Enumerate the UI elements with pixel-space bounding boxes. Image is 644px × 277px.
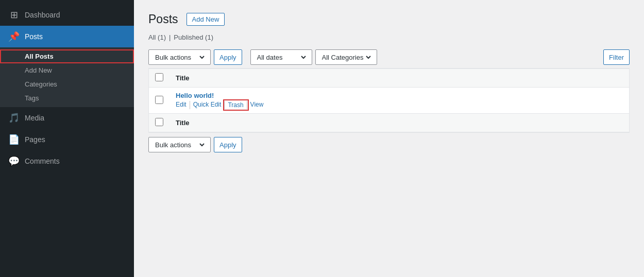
- submenu-item-tags[interactable]: Tags: [0, 91, 134, 105]
- bottom-toolbar: Bulk actions Edit Move to Trash Apply: [148, 133, 630, 157]
- sidebar-item-posts[interactable]: 📌 Posts: [0, 26, 134, 47]
- sidebar-item-label-posts: Posts: [25, 32, 43, 41]
- sidebar-item-label-dashboard: Dashboard: [25, 11, 60, 19]
- table-row: Hello world! Edit Quick Edit Trash View: [149, 88, 629, 114]
- media-icon: 🎵: [8, 112, 20, 124]
- bulk-actions-select-top[interactable]: Bulk actions Edit Move to Trash: [153, 53, 206, 62]
- table-footer-checkbox: [149, 114, 170, 132]
- sidebar: ⊞ Dashboard 📌 Posts All Posts Add New Ca…: [0, 0, 134, 277]
- select-all-footer-checkbox[interactable]: [155, 118, 163, 126]
- all-categories-select[interactable]: All Categories: [320, 53, 372, 62]
- filter-links: All (1) | Published (1): [148, 33, 630, 41]
- post-actions: Edit Quick Edit Trash View: [176, 101, 623, 109]
- post-row-title-cell: Hello world! Edit Quick Edit Trash View: [170, 88, 629, 114]
- sidebar-item-comments[interactable]: 💬 Comments: [0, 150, 134, 172]
- all-dates-select[interactable]: All dates: [255, 53, 308, 62]
- post-quick-edit-link[interactable]: Quick Edit: [190, 101, 225, 109]
- all-dates-dropdown[interactable]: All dates: [250, 49, 312, 65]
- post-title-link[interactable]: Hello world!: [176, 92, 214, 99]
- posts-submenu: All Posts Add New Categories Tags: [0, 47, 134, 107]
- submenu-item-all-posts[interactable]: All Posts: [0, 49, 134, 63]
- posts-table-container: Title Hello world! Edit Quick Edit Trash: [148, 68, 630, 133]
- main-content: Posts Add New All (1) | Published (1) Bu…: [134, 0, 644, 277]
- all-categories-dropdown[interactable]: All Categories: [315, 49, 377, 65]
- table-header-row: Title: [149, 69, 629, 88]
- add-new-button[interactable]: Add New: [187, 13, 225, 26]
- table-header-checkbox: [149, 69, 170, 88]
- select-all-checkbox[interactable]: [155, 73, 163, 81]
- dashboard-icon: ⊞: [8, 9, 20, 21]
- table-header-title: Title: [170, 69, 629, 88]
- post-trash-link[interactable]: Trash: [225, 101, 247, 109]
- apply-button-top[interactable]: Apply: [214, 49, 242, 65]
- submenu-item-add-new[interactable]: Add New: [0, 63, 134, 77]
- posts-table: Title Hello world! Edit Quick Edit Trash: [149, 68, 629, 132]
- post-edit-link[interactable]: Edit: [176, 101, 190, 109]
- table-footer-title: Title: [170, 114, 629, 132]
- post-row-checkbox-cell: [149, 88, 170, 114]
- sidebar-item-label-media: Media: [25, 114, 44, 122]
- bulk-actions-dropdown-top[interactable]: Bulk actions Edit Move to Trash: [148, 49, 211, 65]
- bulk-actions-select-bottom[interactable]: Bulk actions Edit Move to Trash: [153, 141, 206, 149]
- filter-all-link[interactable]: All (1): [148, 33, 166, 41]
- submenu-item-categories[interactable]: Categories: [0, 77, 134, 91]
- page-header: Posts Add New: [148, 12, 630, 26]
- post-checkbox[interactable]: [155, 96, 163, 104]
- page-title: Posts: [148, 12, 178, 26]
- filter-published-link[interactable]: Published (1): [174, 33, 213, 41]
- posts-icon: 📌: [8, 31, 20, 42]
- apply-button-bottom[interactable]: Apply: [214, 137, 242, 152]
- sidebar-item-media[interactable]: 🎵 Media: [0, 107, 134, 129]
- filter-button[interactable]: Filter: [603, 49, 630, 65]
- sidebar-item-dashboard[interactable]: ⊞ Dashboard: [0, 4, 134, 26]
- sidebar-item-label-comments: Comments: [25, 157, 60, 165]
- comments-icon: 💬: [8, 155, 20, 167]
- sidebar-item-label-pages: Pages: [25, 135, 45, 144]
- table-footer-row: Title: [149, 114, 629, 132]
- pages-icon: 📄: [8, 134, 20, 145]
- bulk-actions-dropdown-bottom[interactable]: Bulk actions Edit Move to Trash: [148, 137, 211, 152]
- sidebar-item-pages[interactable]: 📄 Pages: [0, 129, 134, 150]
- top-toolbar: Bulk actions Edit Move to Trash Apply Al…: [148, 46, 630, 68]
- post-view-link[interactable]: View: [247, 101, 267, 109]
- filter-separator: |: [169, 33, 171, 41]
